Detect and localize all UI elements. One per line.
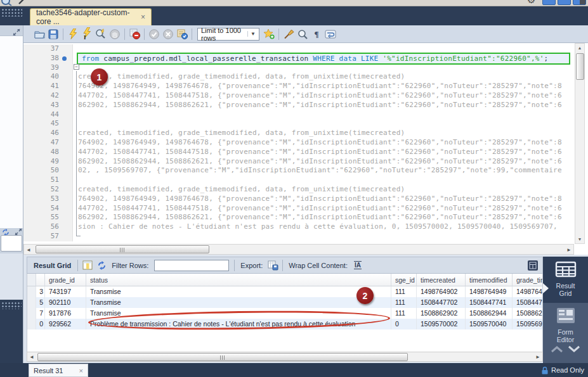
side-panel-result-grid[interactable]: Result Grid (543, 257, 588, 303)
table-cell[interactable]: 1508862944 (466, 308, 513, 319)
table-cell[interactable] (27, 319, 36, 329)
table-cell[interactable] (27, 286, 36, 297)
table-cell[interactable]: 111 (391, 286, 417, 297)
scroll-up-icon[interactable]: ▲ (575, 44, 584, 52)
grid-columns-icon[interactable] (81, 259, 95, 272)
vscroll-thumb[interactable] (576, 53, 584, 80)
table-cell[interactable]: 111 (391, 308, 417, 319)
table-cell[interactable]: 743197 (45, 286, 86, 297)
editor-line-50[interactable]: 5002, , 1509569707, {"provenance":"M","i… (23, 166, 574, 176)
hscroll-thumb[interactable] (36, 245, 209, 253)
table-cell[interactable] (27, 297, 36, 308)
table-row[interactable]: 3743197Transmise111149876490214987649491… (27, 286, 542, 297)
column-header-timemodified[interactable]: timemodified (466, 274, 513, 286)
commit-icon[interactable] (147, 27, 161, 41)
tab-sql-editor[interactable]: tache3546-adapter-custom-core ... × (30, 8, 152, 25)
filter-rows-input[interactable] (154, 260, 229, 271)
stop-on-error-icon[interactable] (127, 27, 141, 41)
panel-toggle-icon[interactable] (526, 259, 540, 272)
table-cell[interactable]: 1508447741 (466, 297, 513, 308)
limit-rows-select[interactable]: Limit to 1000 rows ▼ (197, 28, 259, 41)
result-tab-close-icon[interactable]: × (79, 367, 83, 374)
table-cell[interactable]: 1508862621 (513, 308, 543, 319)
invisibles-icon[interactable]: ¶ (310, 27, 323, 41)
table-cell[interactable]: 5 (36, 297, 45, 308)
explain-icon[interactable] (94, 27, 108, 41)
scroll-left-icon[interactable]: ◄ (29, 353, 34, 361)
column-header-sge_id[interactable]: sge_id (391, 274, 417, 286)
wizard-icon[interactable] (18, 0, 27, 5)
autocommit-icon[interactable] (175, 27, 189, 41)
tab-close-icon[interactable]: × (141, 13, 145, 22)
editor-line-46[interactable]: 46created, timemodified, grade_timemodif… (23, 129, 574, 138)
table-cell[interactable]: 1508447702 (417, 297, 466, 308)
editor-hscrollbar[interactable]: ◄ ► (23, 244, 574, 255)
column-header-grade_tim[interactable]: grade_tim (513, 274, 543, 286)
editor-line-39[interactable]: 39 (23, 63, 574, 73)
column-header-timecreated[interactable]: timecreated (417, 274, 466, 286)
scroll-right-icon[interactable]: ► (535, 353, 540, 361)
editor-line-55[interactable]: 55862902, 1508862944, 1508862621, {"prov… (23, 213, 574, 222)
new-snippet-icon[interactable] (262, 27, 276, 41)
gear-icon[interactable]: ⚙ (527, 0, 539, 6)
table-cell[interactable]: 1509570040 (466, 319, 513, 329)
scroll-down-icon[interactable]: ▼ (575, 235, 584, 243)
layout-toggle-left-icon[interactable] (542, 0, 556, 5)
table-cell[interactable]: 111 (391, 297, 417, 308)
table-cell[interactable]: 0 (36, 319, 45, 329)
editor-line-52[interactable]: 52created, timemodified, grade_timemodif… (23, 185, 574, 195)
execute-icon[interactable] (66, 27, 80, 41)
layout-toggle-bottom-icon[interactable] (558, 0, 571, 5)
scroll-right-icon[interactable]: ► (566, 246, 572, 254)
column-header[interactable] (27, 274, 36, 286)
editor-line-51[interactable]: 51 (23, 176, 574, 185)
table-cell[interactable]: 1509569707 (513, 319, 543, 329)
grid-hscroll-thumb[interactable] (37, 353, 408, 361)
editor-line-49[interactable]: 49862902, 1508862944, 1508862621, {"prov… (23, 157, 574, 167)
table-cell[interactable]: 917876 (45, 308, 86, 319)
editor-line-43[interactable]: 43862902, 1508862944, 1508862621, {"prov… (23, 101, 574, 110)
column-header[interactable] (36, 274, 45, 286)
sql-editor[interactable]: 3738from campus_preprod.mdl_local_passer… (23, 43, 588, 244)
table-cell[interactable]: 1509570002 (417, 319, 466, 329)
find-icon[interactable] (296, 27, 310, 41)
editor-line-57[interactable]: 57 (23, 232, 574, 241)
table-cell[interactable]: 7 (36, 308, 45, 319)
table-cell[interactable]: 929562 (45, 319, 86, 329)
stop-icon[interactable] (108, 27, 122, 41)
result-tab[interactable]: Result 31 × (29, 364, 88, 377)
collapsed-panel-header[interactable] (0, 300, 23, 317)
wrap-icon[interactable] (323, 27, 337, 41)
grid-hscrollbar[interactable]: ◄ ► (27, 352, 543, 362)
editor-line-54[interactable]: 54447702, 1508447741, 1508447518, {"prov… (23, 204, 574, 214)
editor-line-45[interactable]: 45 (23, 119, 574, 129)
editor-line-42[interactable]: 42447702, 1508447741, 1508447518, {"prov… (23, 91, 574, 101)
table-cell[interactable]: Transmise (86, 286, 391, 297)
editor-line-47[interactable]: 47764902, 1498764949, 1498764678, {"prov… (23, 138, 574, 148)
editor-line-56[interactable]: 56sion : Cahier de notes - L'étudiant n'… (23, 222, 574, 232)
sql-statement[interactable]: from campus_preprod.mdl_local_passerelle… (77, 53, 570, 65)
fold-collapse-icon[interactable]: − (74, 64, 79, 70)
table-cell[interactable]: 902110 (45, 297, 86, 308)
table-cell[interactable]: Transmise (86, 297, 391, 308)
table-cell[interactable]: 1498764949 (466, 286, 513, 297)
table-cell[interactable]: 3 (36, 286, 45, 297)
layout-toggle-right-icon[interactable] (573, 0, 586, 5)
table-cell[interactable] (27, 308, 36, 319)
search-icon[interactable] (1, 0, 12, 6)
refresh-icon[interactable] (95, 259, 108, 272)
rollback-icon[interactable] (161, 27, 175, 41)
scroll-left-icon[interactable]: ◄ (26, 246, 31, 254)
table-cell[interactable]: 1498764902 (417, 286, 466, 297)
column-header-grade_id[interactable]: grade_id (45, 274, 86, 286)
save-icon[interactable] (46, 27, 60, 41)
editor-vscrollbar[interactable]: ▲ ▼ (575, 43, 585, 244)
editor-line-41[interactable]: 41764902, 1498764949, 1498764678, {"prov… (23, 82, 574, 91)
sidebar-input[interactable] (1, 235, 22, 252)
panel-collapse-control[interactable] (543, 344, 588, 355)
table-cell[interactable]: 1508862902 (417, 308, 466, 319)
table-cell[interactable]: 1508447518 (513, 297, 543, 308)
column-header-status[interactable]: status (86, 274, 391, 286)
table-row[interactable]: 5902110Transmise111150844770215084477411… (27, 297, 542, 308)
beautify-icon[interactable] (282, 27, 296, 41)
